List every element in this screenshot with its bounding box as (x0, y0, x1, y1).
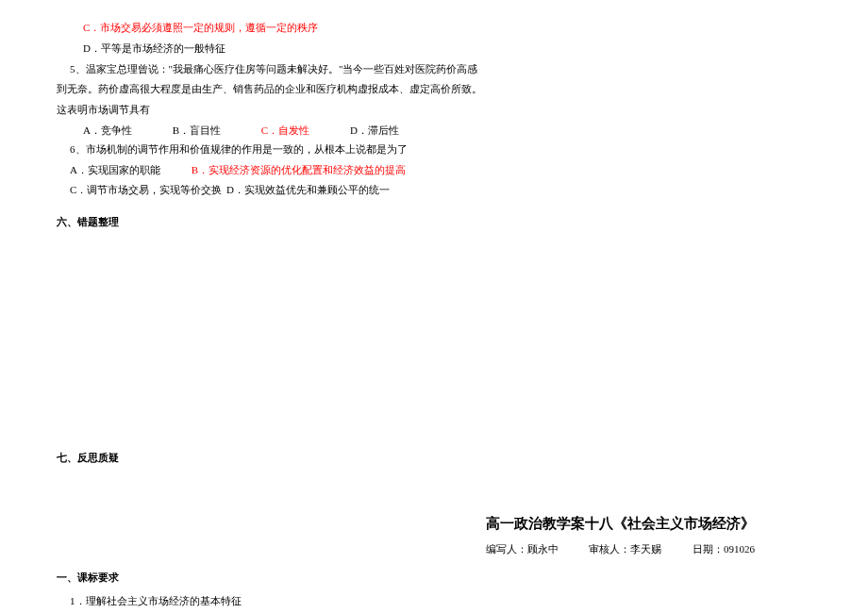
section-one-item1: 1．理解社会主义市场经济的基本特征 (57, 592, 811, 611)
section-seven-heading: 七、反思质疑 (57, 449, 811, 468)
q6-options-ab: A．实现国家的职能 B．实现经济资源的优化配置和经济效益的提高 (57, 161, 811, 180)
q6-options-cd: C．调节市场交易，实现等价交换 D．实现效益优先和兼顾公平的统一 (57, 181, 811, 200)
lesson-title-block: 高一政治教学案十八《社会主义市场经济》 编写人：顾永中 审核人：李天赐 日期：0… (57, 511, 811, 559)
blank-space-2 (57, 473, 811, 502)
q5-text-line1: 5、温家宝总理曾说："我最痛心医疗住房等问题未解决好。"当今一些百姓对医院药价高… (57, 60, 811, 79)
reviewer-label: 审核人： (589, 543, 630, 555)
q6-option-b: B．实现经济资源的优化配置和经济效益的提高 (192, 164, 406, 175)
q4-option-d: D．平等是市场经济的一般特征 (57, 40, 811, 58)
q5-text-line3: 这表明市场调节具有 (57, 101, 811, 120)
author-label: 编写人： (486, 543, 527, 555)
q5-option-c: C．自发性 (261, 122, 309, 141)
author-name: 顾永中 (527, 543, 559, 555)
q5-option-d: D．滞后性 (350, 122, 399, 141)
q6-text: 6、市场机制的调节作用和价值规律的作用是一致的，从根本上说都是为了 (57, 141, 811, 159)
reviewer-name: 李天赐 (630, 543, 661, 555)
q6-option-c: C．调节市场交易，实现等价交换 (70, 184, 222, 195)
q5-option-b: B．盲目性 (173, 122, 221, 141)
q5-option-a: A．竞争性 (83, 122, 132, 141)
lesson-meta: 编写人：顾永中 审核人：李天赐 日期：091026 (57, 540, 755, 559)
lesson-title: 高一政治教学案十八《社会主义市场经济》 (57, 511, 755, 537)
q6-option-a: A．实现国家的职能 (70, 164, 160, 175)
q6-option-d: D．实现效益优先和兼顾公平的统一 (226, 184, 390, 195)
section-one-heading: 一、课标要求 (57, 569, 811, 588)
section-six-heading: 六、错题整理 (57, 213, 811, 232)
q5-text-line2: 到无奈。药价虚高很大程度是由生产、销售药品的企业和医疗机构虚报成本、虚定高价所致… (57, 80, 811, 99)
q4-option-c: C．市场交易必须遵照一定的规则，遵循一定的秩序 (57, 19, 811, 38)
date-value: 091026 (724, 543, 755, 555)
q5-options: A．竞争性 B．盲目性 C．自发性 D．滞后性 (57, 122, 811, 141)
blank-space (57, 238, 811, 436)
date-label: 日期： (693, 543, 724, 555)
